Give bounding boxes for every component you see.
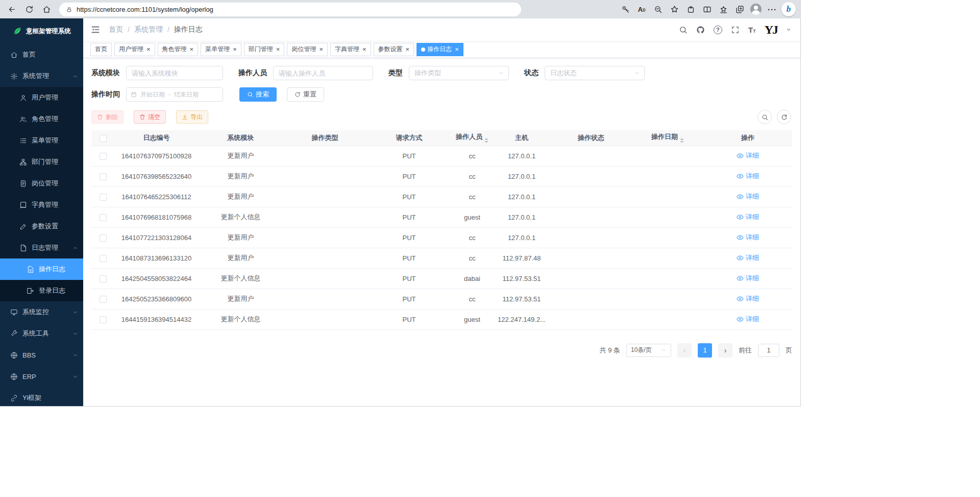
detail-link[interactable]: 详细 (737, 212, 759, 222)
tab-param-settings[interactable]: 参数设置× (374, 43, 414, 56)
sidebar-item-roles[interactable]: 角色管理 (0, 108, 83, 130)
detail-link[interactable]: 详细 (737, 315, 759, 324)
sidebar-item-monitor[interactable]: 系统监控 (0, 301, 83, 323)
breadcrumb-item[interactable]: 首页 (109, 25, 123, 34)
operator-input[interactable] (273, 66, 373, 80)
sidebar-item-posts[interactable]: 岗位管理 (0, 173, 83, 194)
tab-dept-mgmt[interactable]: 部门管理× (244, 43, 285, 56)
sidebar-item-parameters[interactable]: 参数设置 (0, 216, 83, 237)
sidebar-item-logs[interactable]: 日志管理 (0, 237, 83, 258)
tab-role-mgmt[interactable]: 角色管理× (158, 43, 199, 56)
extensions-icon[interactable] (683, 2, 698, 17)
col-operator-sortable[interactable]: 操作人员 (451, 130, 493, 146)
collections-icon[interactable] (732, 2, 747, 17)
address-bar[interactable]: https://ccnetcore.com:1101/system/log/op… (59, 3, 521, 16)
tab-menu-mgmt[interactable]: 菜单管理× (201, 43, 241, 56)
clear-button[interactable]: 清空 (134, 110, 166, 124)
sidebar-item-bbs[interactable]: BBS (0, 344, 83, 366)
search-button[interactable]: 搜索 (239, 87, 277, 102)
row-checkbox[interactable] (100, 214, 107, 221)
sidebar-item-system[interactable]: 系统管理 (0, 65, 83, 87)
read-aloud-icon[interactable]: A)) (634, 2, 649, 17)
sidebar-item-tools[interactable]: 系统工具 (0, 323, 83, 344)
sort-icon[interactable] (484, 138, 488, 143)
zoom-icon[interactable] (650, 2, 666, 17)
password-key-icon[interactable] (618, 2, 633, 17)
sort-icon[interactable] (680, 138, 684, 143)
module-input[interactable] (126, 66, 223, 80)
row-checkbox[interactable] (100, 153, 107, 160)
page-size-select[interactable]: 10条/页 (626, 344, 671, 357)
page-number-current[interactable]: 1 (698, 343, 712, 358)
row-checkbox[interactable] (100, 296, 107, 303)
back-button[interactable] (4, 2, 19, 17)
browser-menu-icon[interactable]: ··· (765, 2, 780, 17)
status-select[interactable]: 日志状态 (545, 66, 645, 80)
close-icon[interactable]: × (146, 46, 151, 53)
detail-link[interactable]: 详细 (737, 151, 759, 160)
date-range-picker[interactable]: 开始日期 - 结束日期 (126, 87, 223, 102)
detail-link[interactable]: 详细 (737, 274, 759, 283)
prev-page-button[interactable]: ‹ (677, 343, 692, 358)
sidebar-item-yi-framework[interactable]: Yi框架 (0, 387, 83, 406)
help-icon[interactable]: ? (714, 26, 722, 34)
row-checkbox[interactable] (100, 255, 107, 262)
add-favorite-icon[interactable] (667, 2, 682, 17)
delete-button[interactable]: 删除 (91, 110, 124, 124)
tab-operation-log[interactable]: 操作日志× (416, 43, 463, 56)
refresh-button[interactable] (21, 2, 37, 17)
sidebar-toggle-icon[interactable] (90, 25, 101, 35)
detail-link[interactable]: 详细 (737, 233, 759, 242)
goto-page-input[interactable] (758, 344, 779, 357)
fullscreen-icon[interactable] (731, 26, 740, 34)
show-search-button[interactable] (757, 110, 772, 124)
sidebar-item-login-log[interactable]: 登录日志 (0, 280, 83, 301)
font-size-icon[interactable]: TT (748, 26, 756, 34)
chevron-down-icon[interactable] (786, 27, 791, 32)
row-checkbox[interactable] (100, 173, 107, 180)
detail-link[interactable]: 详细 (737, 294, 759, 303)
refresh-table-button[interactable] (777, 110, 791, 124)
bing-chat-icon[interactable]: b (781, 2, 796, 17)
detail-link[interactable]: 详细 (737, 253, 759, 263)
close-icon[interactable]: × (455, 46, 459, 53)
search-icon[interactable] (679, 26, 688, 34)
close-icon[interactable]: × (190, 46, 194, 53)
breadcrumb-item[interactable]: 系统管理 (134, 25, 163, 34)
app-logo[interactable]: 意框架管理系统 (0, 18, 83, 44)
close-icon[interactable]: × (406, 46, 410, 53)
next-page-button[interactable]: › (718, 343, 732, 358)
tab-home[interactable]: 首页 (90, 43, 112, 56)
tab-dict-mgmt[interactable]: 字典管理× (330, 43, 371, 56)
tab-user-mgmt[interactable]: 用户管理× (114, 43, 155, 56)
select-all-checkbox[interactable] (100, 135, 107, 142)
home-button[interactable] (39, 2, 54, 17)
reset-button[interactable]: 重置 (287, 87, 324, 102)
sidebar-item-dictionary[interactable]: 字典管理 (0, 194, 83, 216)
close-icon[interactable]: × (319, 46, 323, 53)
split-screen-icon[interactable] (699, 2, 715, 17)
col-date-sortable[interactable]: 操作日期 (632, 130, 703, 146)
sidebar-item-menus[interactable]: 菜单管理 (0, 130, 83, 151)
detail-link[interactable]: 详细 (737, 192, 759, 201)
close-icon[interactable]: × (362, 46, 366, 53)
row-checkbox[interactable] (100, 275, 107, 282)
close-icon[interactable]: × (233, 46, 237, 53)
row-checkbox[interactable] (100, 194, 107, 201)
sidebar-item-home[interactable]: 首页 (0, 44, 83, 65)
close-icon[interactable]: × (276, 46, 280, 53)
sidebar-item-operation-log[interactable]: 操作日志 (0, 258, 83, 280)
tab-post-mgmt[interactable]: 岗位管理× (287, 43, 328, 56)
profile-avatar[interactable] (748, 2, 764, 17)
row-checkbox[interactable] (100, 316, 107, 323)
export-button[interactable]: 导出 (176, 110, 208, 124)
sidebar-item-erp[interactable]: ERP (0, 366, 83, 387)
user-logo[interactable]: YJ (765, 23, 777, 37)
sidebar-item-departments[interactable]: 部门管理 (0, 151, 83, 173)
sidebar-item-users[interactable]: 用户管理 (0, 87, 83, 108)
github-icon[interactable] (696, 26, 705, 34)
favorites-bar-icon[interactable] (716, 2, 731, 17)
detail-link[interactable]: 详细 (737, 172, 759, 181)
type-select[interactable]: 操作类型 (409, 66, 509, 80)
row-checkbox[interactable] (100, 234, 107, 242)
